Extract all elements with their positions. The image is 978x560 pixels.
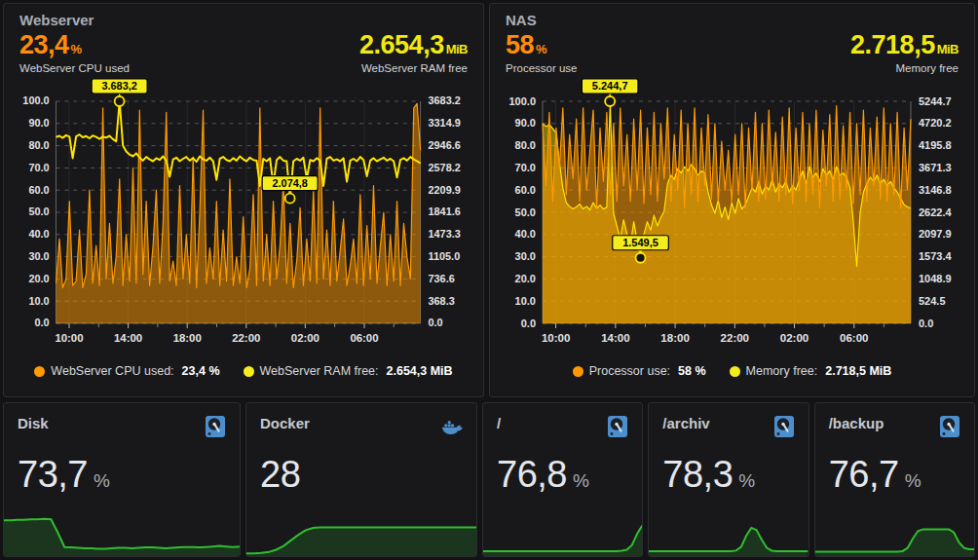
- annotation-text: 1.549,5: [622, 237, 658, 248]
- y-left-tick: 50.0: [28, 206, 49, 218]
- panel-title-docker[interactable]: Docker: [260, 415, 310, 431]
- y-right-tick: 5244.7: [919, 95, 952, 107]
- webserver-ram-label: WebServer RAM free: [361, 62, 468, 74]
- webserver-ram-value: 2.654,3MiB: [359, 31, 468, 58]
- annotation-5-244-7[interactable]: 5.244,7: [582, 79, 638, 106]
- nas-cpu-label: Processor use: [506, 62, 578, 74]
- webserver-ram-number: 2.654,3: [359, 30, 444, 59]
- hdd-icon: [607, 415, 628, 438]
- sparkline-area: [246, 527, 476, 556]
- panel-disk: Disk 73,7 %: [3, 402, 241, 557]
- legend-label: WebServer RAM free:: [260, 364, 379, 378]
- webserver-legend: WebServer CPU used:23,4 %WebServer RAM f…: [12, 360, 475, 382]
- y-right-tick: 3683.2: [429, 95, 461, 107]
- legend-value: 2.654,3 MiB: [387, 364, 453, 378]
- root-fs-header: /: [497, 415, 628, 438]
- root-fs-value: 76,8: [497, 454, 567, 496]
- disk-unit: %: [94, 470, 110, 492]
- docker-sparkline: [246, 502, 476, 556]
- y-left-tick: 30.0: [28, 250, 49, 262]
- x-tick-label: 18:00: [173, 332, 202, 344]
- archiv-fs-header: /archiv: [662, 415, 794, 438]
- annotation-marker[interactable]: [115, 96, 125, 106]
- x-tick-label: 22:00: [232, 332, 260, 344]
- hdd-icon: [939, 415, 960, 438]
- nas-mem-value: 2.718,5MiB: [850, 31, 959, 58]
- panel-title-disk[interactable]: Disk: [18, 415, 49, 431]
- y-right-tick: 4195.8: [919, 139, 952, 151]
- annotation-3-683-2[interactable]: 3.683,2: [92, 79, 147, 106]
- legend-label: Memory free:: [746, 364, 818, 378]
- x-tick-label: 14:00: [114, 332, 142, 344]
- legend-value: 58 %: [678, 364, 706, 378]
- y-right-tick: 2622.4: [919, 206, 953, 218]
- webserver-cpu-label: WebServer CPU used: [19, 62, 130, 74]
- y-left-tick: 10.0: [515, 295, 536, 307]
- sparkline-line: [649, 528, 808, 551]
- y-left-tick: 100.0: [22, 95, 49, 107]
- docker-value-row: 28: [260, 454, 463, 496]
- sparkline-line: [483, 526, 642, 551]
- legend-label: WebServer CPU used:: [51, 364, 173, 378]
- y-right-tick: 1841.6: [429, 206, 461, 218]
- disk-header: Disk: [18, 415, 226, 438]
- y-left-tick: 0.0: [34, 317, 49, 329]
- archiv-fs-value-row: 78,3 %: [662, 454, 794, 496]
- nas-mem-unit: MiB: [937, 42, 959, 56]
- annotation-marker[interactable]: [285, 194, 295, 204]
- webserver-cpu-stat: 23,4% WebServer CPU used: [19, 31, 130, 74]
- y-left-tick: 60.0: [515, 184, 536, 196]
- nas-cpu-value: 58%: [506, 31, 578, 58]
- y-right-tick: 1048.9: [919, 273, 952, 284]
- legend-label: Processor use:: [589, 364, 670, 378]
- y-left-tick: 90.0: [28, 118, 49, 130]
- y-right-tick: 368.3: [429, 295, 455, 307]
- legend-item-processor-use[interactable]: Processor use:58 %: [573, 364, 706, 378]
- disk-sparkline: [4, 502, 240, 556]
- panel-title-webserver[interactable]: Webserver: [12, 10, 475, 28]
- legend-item-webserver-cpu-used[interactable]: WebServer CPU used:23,4 %: [34, 364, 219, 378]
- panel-webserver: Webserver 23,4% WebServer CPU used 2.654…: [3, 3, 484, 397]
- webserver-chart[interactable]: 100.03683.290.03314.980.02946.670.02578.…: [12, 76, 475, 360]
- annotation-marker[interactable]: [636, 253, 646, 263]
- archiv-fs-unit: %: [738, 470, 755, 492]
- docker-icon: [441, 415, 463, 438]
- legend-item-memory-free[interactable]: Memory free:2.718,5 MiB: [730, 364, 892, 378]
- legend-value: 23,4 %: [182, 364, 220, 378]
- webserver-cpu-unit: %: [71, 42, 82, 56]
- panel-backup-fs: /backup 76,7 %: [814, 402, 975, 557]
- legend-dot: [730, 366, 740, 377]
- backup-fs-header: /backup: [829, 415, 960, 438]
- nas-chart[interactable]: 100.05244.790.04720.280.04195.870.03671.…: [498, 76, 966, 360]
- annotation-marker[interactable]: [605, 96, 615, 106]
- legend-item-webserver-ram-free[interactable]: WebServer RAM free:2.654,3 MiB: [244, 364, 453, 378]
- y-right-tick: 1105.0: [429, 250, 461, 262]
- y-left-tick: 70.0: [28, 162, 49, 173]
- annotation-2-074-8[interactable]: 2.074,8: [262, 176, 318, 204]
- annotation-text: 5.244,7: [592, 81, 628, 93]
- dashboard: Webserver 23,4% WebServer CPU used 2.654…: [0, 0, 978, 560]
- panel-title-archiv-fs[interactable]: /archiv: [662, 415, 709, 431]
- y-right-tick: 524.5: [919, 295, 946, 307]
- x-tick-label: 06:00: [350, 332, 378, 344]
- panel-nas: NAS 58% Processor use 2.718,5MiB Memory …: [489, 3, 975, 397]
- archiv-fs-value: 78,3: [662, 454, 733, 496]
- panel-title-backup-fs[interactable]: /backup: [829, 415, 884, 431]
- backup-fs-value-row: 76,7 %: [829, 454, 960, 496]
- panel-archiv-fs: /archiv 78,3 %: [648, 402, 809, 557]
- panel-title-root-fs[interactable]: /: [497, 415, 501, 431]
- legend-value: 2.718,5 MiB: [825, 364, 891, 378]
- bottom-row: Disk 73,7 % Docker 28 /: [3, 402, 975, 557]
- nas-mem-stat: 2.718,5MiB Memory free: [850, 31, 959, 74]
- y-right-tick: 3146.8: [919, 184, 952, 196]
- x-tick-label: 02:00: [780, 332, 809, 344]
- x-tick-label: 10:00: [542, 332, 570, 344]
- y-left-tick: 40.0: [28, 229, 49, 241]
- y-left-tick: 10.0: [28, 295, 49, 307]
- y-left-tick: 90.0: [515, 118, 536, 130]
- docker-header: Docker: [260, 415, 463, 438]
- panel-title-nas[interactable]: NAS: [498, 10, 966, 28]
- y-left-tick: 80.0: [28, 139, 49, 151]
- webserver-stats: 23,4% WebServer CPU used 2.654,3MiB WebS…: [12, 29, 475, 74]
- webserver-ram-unit: MiB: [446, 42, 468, 56]
